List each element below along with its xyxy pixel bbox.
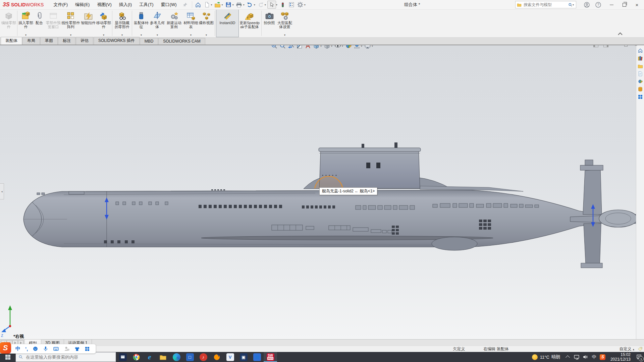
select-tool-button[interactable] (267, 1, 276, 9)
redo-button[interactable] (257, 1, 265, 8)
feature-manager-collapsed-tab[interactable]: ◂ (0, 183, 4, 199)
ribbon-reference-geometry-button[interactable]: 参考几何体 ▾ (149, 9, 165, 37)
tab-assembly[interactable]: 装配体 (1, 37, 22, 45)
options-dropdown[interactable]: ▾ (304, 3, 306, 6)
print-dropdown[interactable]: ▾ (243, 3, 245, 6)
taskbar-app-blue-tool[interactable]: □ (183, 352, 197, 362)
window-close-button[interactable]: × (632, 1, 642, 9)
ribbon-instant3d-button[interactable]: Instant3D (216, 9, 239, 37)
hidden-icons-chevron[interactable] (564, 352, 572, 362)
tab-solidworks-addins[interactable]: SOLIDWORKS 插件 (94, 37, 140, 45)
ime-indicator[interactable]: 中 (590, 352, 598, 362)
volume-icon[interactable] (581, 352, 590, 362)
ribbon-exploded-view-button[interactable]: 爆炸视图 ▾ (199, 9, 214, 37)
ime-skin-button[interactable] (74, 346, 80, 352)
status-expand-icon[interactable]: ▴ (633, 348, 634, 351)
menu-insert[interactable]: 插入(I) (115, 0, 136, 9)
view-palette-icon[interactable] (637, 71, 643, 77)
tab-solidworks-cam[interactable]: SOLIDWORKS CAM (158, 38, 205, 45)
menu-window[interactable]: 窗口(W) (157, 0, 180, 9)
ime-account-button[interactable] (64, 346, 70, 352)
search-dropdown[interactable]: ▾ (573, 3, 574, 6)
sogou-tray-icon[interactable]: S (598, 352, 607, 362)
file-model-search[interactable]: ▾ (515, 1, 576, 8)
graphics-viewport[interactable]: ▾ ▾ ▾ ▾ ▾ × ◂ (0, 45, 644, 339)
open-button[interactable] (214, 1, 222, 8)
tab-layout[interactable]: 布局 (22, 37, 40, 45)
taskbar-app-firefox[interactable] (210, 352, 223, 362)
custom-properties-icon[interactable] (637, 86, 643, 92)
menu-file[interactable]: 文件(F) (50, 0, 71, 9)
custom-status[interactable]: 自定义 (619, 346, 631, 352)
ribbon-move-component-button[interactable]: 移动零部件 ▾ (96, 9, 111, 37)
exploded-view-dropdown[interactable]: ▾ (206, 34, 207, 37)
new-document-dropdown[interactable]: ▾ (211, 3, 212, 6)
taskbar-app-dark-tool[interactable]: ▣ (237, 352, 250, 362)
assembly-features-dropdown[interactable]: ▾ (141, 34, 142, 37)
taskbar-app-internet-explorer[interactable]: e (143, 352, 156, 362)
ime-emoji-button[interactable] (33, 346, 38, 352)
file-explorer-icon[interactable] (637, 63, 643, 69)
taskbar-app-solidworks[interactable]: SW 2021 (264, 352, 277, 362)
weather-temp[interactable]: 11°C (540, 355, 549, 360)
reference-geometry-dropdown[interactable]: ▾ (157, 34, 158, 37)
taskbar-app-edge[interactable] (170, 352, 183, 362)
ime-keyboard-button[interactable] (53, 346, 59, 352)
file-properties-button[interactable] (287, 1, 296, 8)
weather-desc[interactable]: 晴朗 (551, 354, 560, 360)
action-center-button[interactable]: 1 (634, 352, 644, 362)
undo-dropdown[interactable]: ▾ (254, 3, 255, 6)
new-document-button[interactable] (203, 1, 211, 8)
options-button[interactable] (296, 1, 304, 8)
appearances-icon[interactable] (637, 78, 643, 84)
taskbar-app-file-explorer[interactable] (156, 352, 170, 362)
search-input[interactable] (523, 2, 568, 7)
save-dropdown[interactable]: ▾ (232, 3, 234, 6)
undo-button[interactable] (246, 1, 254, 8)
ribbon-new-motion-study-button[interactable]: 新建运动算例 (165, 9, 183, 37)
forum-icon[interactable] (637, 94, 643, 100)
taskbar-app-voov[interactable]: V (223, 352, 237, 362)
ime-mode-toggle[interactable]: 中 (15, 346, 20, 352)
menu-tools[interactable]: 工具(T) (136, 0, 157, 9)
ime-punctuation-toggle[interactable]: ’, (25, 346, 28, 352)
sogou-logo-icon[interactable]: S (0, 342, 11, 354)
tab-sketch[interactable]: 草图 (40, 37, 58, 45)
ribbon-assembly-features-button[interactable]: 装配体特征 ▾ (133, 9, 149, 37)
search-icon[interactable] (568, 3, 573, 7)
ribbon-linear-pattern-button[interactable]: 线性零部件阵列 ▾ (61, 9, 80, 37)
open-dropdown[interactable]: ▾ (222, 3, 223, 6)
menu-view[interactable]: 视图(V) (93, 0, 115, 9)
weather-sun-icon[interactable] (532, 354, 538, 360)
ribbon-mate-button[interactable]: 配合 (33, 9, 45, 37)
large-assembly-dropdown[interactable]: ▾ (284, 34, 285, 37)
tab-evaluate[interactable]: 评估 (76, 37, 93, 45)
taskbar-app-chrome[interactable] (129, 352, 143, 362)
statusbar-tag-icon[interactable] (638, 347, 643, 352)
taskbar-app-taskview[interactable] (116, 352, 129, 362)
save-button[interactable] (224, 1, 232, 8)
ribbon-show-hidden-components-button[interactable]: 显示隐藏的零部件 ▾ (113, 9, 131, 37)
home-button[interactable] (194, 1, 202, 8)
window-restore-button[interactable] (619, 1, 629, 9)
bill-of-materials-dropdown[interactable]: ▾ (190, 34, 192, 37)
ime-voice-button[interactable] (43, 346, 48, 352)
print-button[interactable] (235, 1, 243, 8)
ribbon-take-snapshot-button[interactable]: 拍快照 (263, 9, 276, 37)
collapse-ribbon-chevron[interactable] (617, 32, 623, 36)
tab-markup[interactable]: 标注 (58, 37, 75, 45)
taskbar-app-netease-music[interactable]: ♪ (197, 352, 210, 362)
network-icon[interactable] (572, 352, 581, 362)
redo-dropdown[interactable]: ▾ (265, 3, 266, 6)
menu-edit[interactable]: 编辑(E) (71, 0, 93, 9)
help-button[interactable] (594, 1, 602, 8)
taskbar-app-calculator[interactable] (250, 352, 264, 362)
ime-toolbox-button[interactable] (85, 346, 90, 352)
account-button[interactable] (582, 1, 591, 8)
select-tool-dropdown[interactable]: ▾ (276, 3, 277, 6)
clock[interactable]: 15:02 2021/12/13 (610, 352, 631, 362)
ribbon-insert-component-button[interactable]: 插入零部件 ▾ (18, 9, 33, 37)
ribbon-bill-of-materials-button[interactable]: 材料明细表 ▾ (183, 9, 199, 37)
design-library-icon[interactable] (637, 55, 643, 61)
taskbar-search-input[interactable] (25, 354, 113, 360)
